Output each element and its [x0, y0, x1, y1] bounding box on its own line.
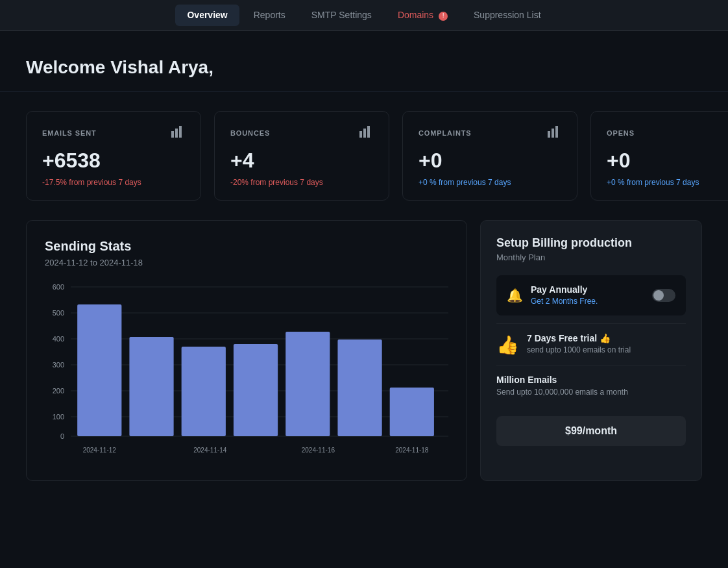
- svg-rect-5: [367, 126, 370, 138]
- svg-text:600: 600: [53, 283, 64, 291]
- trial-sub: send upto 1000 emails on trial: [527, 345, 631, 354]
- svg-rect-1: [175, 129, 178, 138]
- stat-value-emails-sent: +6538: [42, 149, 185, 173]
- chart-icon-complaints: [547, 125, 561, 141]
- stat-label-opens: OPENS: [607, 129, 635, 137]
- billing-title: Setup Billing production: [496, 236, 686, 250]
- pay-annually-label: Pay Annually: [531, 284, 598, 295]
- stat-value-bounces: +4: [230, 149, 373, 173]
- stat-change-opens: +0 % from previous 7 days: [607, 178, 728, 187]
- svg-text:2024-11-14: 2024-11-14: [193, 447, 227, 454]
- svg-text:300: 300: [53, 361, 64, 369]
- trial-label: 7 Days Free trial 👍: [527, 333, 631, 343]
- stat-label-bounces: BOUNCES: [230, 129, 270, 137]
- stat-change-complaints: +0 % from previous 7 days: [419, 178, 561, 187]
- stat-label-emails-sent: EMAILS SENT: [42, 129, 97, 137]
- stat-change-bounces: -20% from previous 7 days: [230, 178, 373, 187]
- stats-row: EMAILS SENT +6538 -17.5% from previous 7…: [0, 92, 728, 220]
- svg-rect-4: [363, 129, 366, 138]
- svg-text:2024-11-16: 2024-11-16: [302, 447, 335, 454]
- chart-svg: 600 500 400 300 200 100 0: [45, 280, 448, 462]
- svg-rect-30: [285, 332, 330, 436]
- warning-icon: !: [439, 12, 448, 21]
- nav-item-reports[interactable]: Reports: [242, 5, 297, 26]
- main-content: Sending Stats 2024-11-12 to 2024-11-18 6…: [0, 220, 728, 507]
- chart-date-range: 2024-11-12 to 2024-11-18: [45, 258, 448, 267]
- nav-item-overview[interactable]: Overview: [175, 5, 239, 26]
- chart-icon-emails-sent: [171, 125, 185, 141]
- svg-rect-8: [555, 126, 558, 138]
- billing-subtitle: Monthly Plan: [496, 253, 686, 262]
- stat-card-opens: OPENS +0 +0 % from previous 7 days: [590, 111, 728, 201]
- chart-icon-bounces: [359, 125, 373, 141]
- svg-rect-27: [129, 337, 173, 436]
- welcome-title: Welcome Vishal Arya,: [26, 57, 702, 78]
- chart-card: Sending Stats 2024-11-12 to 2024-11-18 6…: [26, 220, 467, 481]
- svg-text:0: 0: [60, 432, 64, 440]
- svg-text:2024-11-12: 2024-11-12: [83, 447, 117, 454]
- stat-card-bounces: BOUNCES +4 -20% from previous 7 days: [214, 111, 389, 201]
- stat-value-opens: +0: [607, 149, 728, 173]
- chart-area: 600 500 400 300 200 100 0: [45, 280, 448, 462]
- svg-rect-0: [171, 131, 174, 138]
- svg-text:200: 200: [53, 387, 64, 395]
- million-sub: Send upto 10,000,000 emails a month: [496, 388, 686, 397]
- svg-text:2024-11-18: 2024-11-18: [395, 447, 429, 454]
- billing-cta-button[interactable]: $99/month: [496, 416, 686, 446]
- svg-rect-32: [390, 388, 434, 436]
- svg-rect-28: [182, 347, 226, 436]
- thumbs-up-icon: 👍: [496, 334, 519, 356]
- svg-rect-6: [548, 131, 550, 138]
- svg-text:400: 400: [53, 335, 64, 343]
- nav-item-smtp-settings[interactable]: SMTP Settings: [300, 5, 383, 26]
- billing-card: Setup Billing production Monthly Plan 🔔 …: [480, 220, 702, 481]
- svg-rect-7: [552, 129, 554, 138]
- stat-change-emails-sent: -17.5% from previous 7 days: [42, 178, 185, 187]
- stat-value-complaints: +0: [419, 149, 561, 173]
- nav-item-suppression-list[interactable]: Suppression List: [462, 5, 553, 26]
- stat-card-emails-sent: EMAILS SENT +6538 -17.5% from previous 7…: [26, 111, 201, 201]
- nav-item-domains[interactable]: Domains !: [386, 5, 459, 26]
- million-emails-row: Million Emails Send upto 10,000,000 emai…: [496, 365, 686, 406]
- million-label: Million Emails: [496, 375, 686, 385]
- pay-annually-toggle[interactable]: [652, 289, 675, 302]
- top-navigation: Overview Reports SMTP Settings Domains !…: [0, 0, 728, 31]
- svg-text:100: 100: [53, 413, 64, 421]
- stat-card-complaints: COMPLAINTS +0 +0 % from previous 7 days: [402, 111, 577, 201]
- pay-annually-sub: Get 2 Months Free.: [531, 297, 598, 306]
- svg-rect-2: [179, 126, 182, 138]
- billing-pay-annually-row: 🔔 Pay Annually Get 2 Months Free.: [496, 275, 686, 315]
- svg-text:500: 500: [53, 309, 64, 317]
- svg-rect-26: [77, 304, 121, 436]
- stat-label-complaints: COMPLAINTS: [419, 129, 472, 137]
- bell-icon: 🔔: [507, 288, 523, 303]
- svg-rect-3: [359, 131, 362, 138]
- trial-feature-row: 👍 7 Days Free trial 👍 send upto 1000 ema…: [496, 323, 686, 365]
- welcome-section: Welcome Vishal Arya,: [0, 31, 728, 92]
- svg-rect-31: [337, 340, 382, 436]
- svg-rect-29: [234, 344, 278, 436]
- chart-title: Sending Stats: [45, 239, 448, 254]
